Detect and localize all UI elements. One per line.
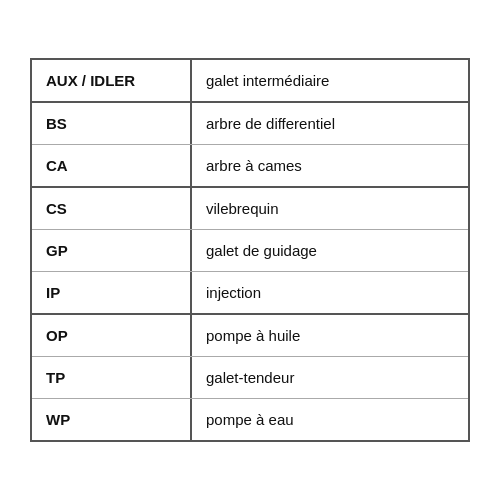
table-row: BSarbre de differentiel bbox=[32, 103, 468, 145]
code-cell: CA bbox=[32, 145, 192, 186]
description-cell: vilebrequin bbox=[192, 188, 468, 229]
code-cell: TP bbox=[32, 357, 192, 398]
description-cell: injection bbox=[192, 272, 468, 313]
description-cell: galet-tendeur bbox=[192, 357, 468, 398]
table-row: OPpompe à huile bbox=[32, 315, 468, 357]
abbreviation-table: AUX / IDLERgalet intermédiaireBSarbre de… bbox=[30, 58, 470, 442]
code-cell: AUX / IDLER bbox=[32, 60, 192, 101]
table-row: TPgalet-tendeur bbox=[32, 357, 468, 399]
description-cell: arbre à cames bbox=[192, 145, 468, 186]
code-cell: WP bbox=[32, 399, 192, 440]
table-row: WPpompe à eau bbox=[32, 399, 468, 440]
description-cell: pompe à huile bbox=[192, 315, 468, 356]
description-cell: galet intermédiaire bbox=[192, 60, 468, 101]
table-row: CAarbre à cames bbox=[32, 145, 468, 188]
description-cell: pompe à eau bbox=[192, 399, 468, 440]
code-cell: GP bbox=[32, 230, 192, 271]
table-row: CSvilebrequin bbox=[32, 188, 468, 230]
code-cell: OP bbox=[32, 315, 192, 356]
description-cell: arbre de differentiel bbox=[192, 103, 468, 144]
code-cell: CS bbox=[32, 188, 192, 229]
table-row: IPinjection bbox=[32, 272, 468, 315]
table-row: AUX / IDLERgalet intermédiaire bbox=[32, 60, 468, 103]
description-cell: galet de guidage bbox=[192, 230, 468, 271]
code-cell: BS bbox=[32, 103, 192, 144]
table-row: GPgalet de guidage bbox=[32, 230, 468, 272]
code-cell: IP bbox=[32, 272, 192, 313]
